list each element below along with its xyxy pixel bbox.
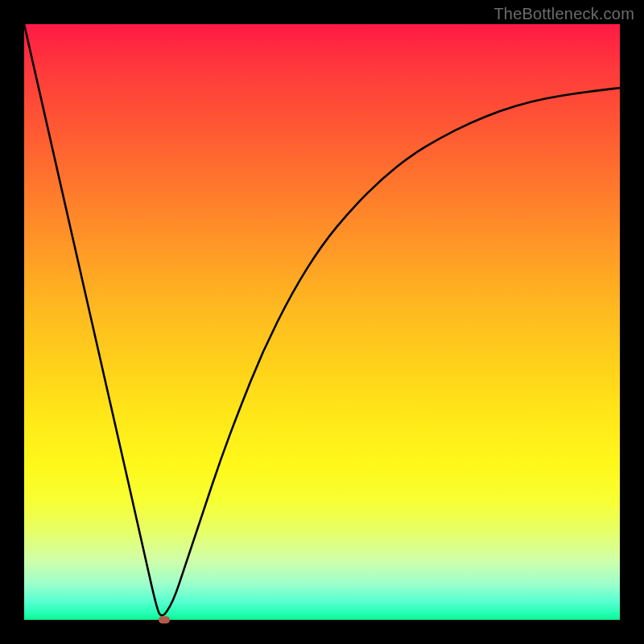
chart-plot-area [24,24,620,620]
curve-path [24,24,620,615]
bottleneck-curve [24,24,620,620]
attribution-label: TheBottleneck.com [493,5,634,23]
optimal-point-marker [159,617,170,624]
